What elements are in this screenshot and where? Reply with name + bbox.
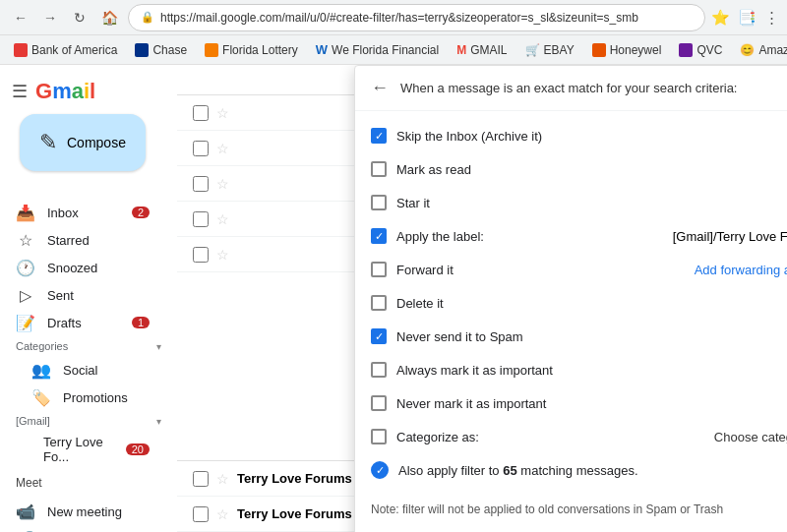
gmail-section[interactable]: [Gmail] ▾	[0, 411, 177, 431]
checkbox-skip-inbox[interactable]	[371, 128, 387, 144]
snooze-icon: 🕐	[16, 259, 35, 277]
compose-button[interactable]: ✎ Compose	[20, 114, 146, 171]
gmail-section-label: [Gmail]	[16, 415, 156, 427]
filter-label: Never mark it as important	[396, 396, 787, 411]
filter-option-apply-label[interactable]: Apply the label: [Gmail]/Terry Love Foru…	[355, 219, 787, 253]
filter-label: Delete it	[396, 296, 787, 311]
social-icon: 👥	[31, 361, 51, 380]
back-button[interactable]: ←	[8, 5, 33, 30]
bookmark-ebay[interactable]: 🛒 EBAY	[519, 41, 580, 59]
add-forwarding-link[interactable]: Add forwarding address	[695, 263, 787, 277]
bookmark-label: Chase	[152, 43, 187, 57]
filter-option-categorize[interactable]: Categorize as: Choose category... ▾	[355, 420, 787, 453]
filter-option-always-important[interactable]: Always mark it as important	[355, 353, 787, 386]
email-checkbox[interactable]	[193, 141, 209, 156]
promotions-icon: 🏷️	[31, 388, 51, 407]
sidebar-label: New meeting	[47, 504, 150, 519]
sidebar-item-inbox[interactable]: 📥 Inbox 2	[0, 199, 165, 226]
sidebar-item-new-meeting[interactable]: 📹 New meeting	[0, 498, 165, 525]
checkbox-never-important[interactable]	[371, 395, 387, 411]
note-text: Note: filter will not be applied to old …	[371, 502, 723, 516]
matching-count: 65	[503, 463, 516, 478]
checkbox-never-spam[interactable]	[371, 328, 387, 344]
star-icon[interactable]: ☆	[216, 471, 229, 487]
star-icon[interactable]: ☆	[216, 211, 229, 227]
bookmark-bank-of-america[interactable]: Bank of America	[8, 41, 123, 59]
bookmark-icon[interactable]: 📑	[738, 9, 757, 27]
email-checkbox[interactable]	[193, 471, 209, 487]
email-checkbox[interactable]	[193, 506, 209, 522]
star-icon[interactable]: ☆	[216, 105, 229, 121]
checkbox-mark-read[interactable]	[371, 161, 387, 177]
qvc-icon	[679, 43, 693, 57]
checkbox-also-apply[interactable]: ✓	[371, 461, 389, 479]
sidebar-item-sent[interactable]: ▷ Sent	[0, 281, 165, 309]
label-value-display: [Gmail]/Terry Love Forum ▾	[673, 229, 787, 244]
filter-option-star[interactable]: Star it	[355, 186, 787, 219]
bookmark-amazon[interactable]: 😊 Amazon Smile	[734, 41, 787, 59]
filter-title: When a message is an exact match for you…	[400, 81, 737, 95]
bank-icon	[14, 43, 28, 57]
email-checkbox[interactable]	[193, 211, 209, 227]
hamburger-icon[interactable]: ☰	[12, 81, 28, 102]
email-checkbox[interactable]	[193, 105, 209, 121]
more-icon[interactable]: ⋮	[764, 9, 779, 27]
bookmark-florida-lottery[interactable]: Florida Lottery	[199, 41, 304, 59]
also-apply-text: Also apply filter to	[398, 463, 500, 478]
bookmark-label: QVC	[696, 43, 722, 57]
checkbox-star[interactable]	[371, 195, 387, 210]
sidebar-item-drafts[interactable]: 📝 Drafts 1	[0, 309, 165, 336]
sidebar-item-starred[interactable]: ☆ Starred	[0, 226, 165, 254]
filter-option-delete[interactable]: Delete it	[355, 286, 787, 320]
bookmark-qvc[interactable]: QVC	[673, 41, 728, 59]
bookmark-we-florida[interactable]: W We Florida Financial	[310, 40, 445, 59]
categories-section[interactable]: Categories ▾	[0, 336, 177, 356]
checkbox-forward[interactable]	[371, 262, 387, 277]
bookmark-gmail[interactable]: M GMAIL	[451, 41, 513, 59]
checkbox-delete[interactable]	[371, 295, 387, 311]
sidebar-item-join-meeting[interactable]: 🔗 Join a meeting	[0, 525, 165, 532]
filter-label: Never send it to Spam	[396, 329, 787, 344]
filter-note: Note: filter will not be applied to old …	[355, 495, 787, 524]
category-dropdown[interactable]: Choose category... ▾	[714, 430, 787, 444]
sidebar-item-promotions[interactable]: 🏷️ Promotions	[0, 384, 165, 411]
star-icon[interactable]: ☆	[216, 176, 229, 192]
compose-area: ✎ Compose	[0, 114, 177, 199]
filter-back-button[interactable]: ←	[371, 78, 389, 98]
sidebar-item-snoozed[interactable]: 🕐 Snoozed	[0, 254, 165, 281]
bookmark-label: EBAY	[544, 43, 575, 57]
email-checkbox[interactable]	[193, 247, 209, 263]
checkbox-categorize[interactable]	[371, 429, 387, 444]
filter-option-also-apply[interactable]: ✓ Also apply filter to 65 matching messa…	[355, 453, 787, 487]
email-checkbox[interactable]	[193, 176, 209, 192]
lottery-icon	[205, 43, 218, 57]
sidebar-item-terry[interactable]: Terry Love Fo... 20	[0, 431, 165, 468]
bookmark-chase[interactable]: Chase	[129, 41, 193, 59]
home-button[interactable]: 🏠	[96, 5, 122, 30]
filter-footer: ? Learn more Create filter	[355, 524, 787, 532]
compose-plus-icon: ✎	[39, 130, 57, 155]
filter-option-never-spam[interactable]: Never send it to Spam	[355, 320, 787, 353]
sidebar-item-social[interactable]: 👥 Social	[0, 356, 165, 384]
address-bar[interactable]: 🔒 https://mail.google.com/mail/u/0/#crea…	[128, 4, 705, 31]
sidebar-label: Inbox	[47, 206, 120, 220]
filter-option-mark-read[interactable]: Mark as read	[355, 152, 787, 186]
label-text: [Gmail]/Terry Love Forum	[673, 229, 787, 244]
reload-button[interactable]: ↻	[67, 5, 92, 30]
content-area: 🔍 ✕ ⚙ ? ⚙ G 1–65 of 65 ‹ › ☆ New r	[177, 65, 787, 532]
filter-option-skip-inbox[interactable]: Skip the Inbox (Archive it)	[355, 119, 787, 152]
meet-label: Meet	[16, 476, 42, 490]
checkbox-apply-label[interactable]	[371, 228, 387, 244]
star-icon[interactable]: ☆	[216, 506, 229, 522]
filter-option-never-important[interactable]: Never mark it as important	[355, 386, 787, 420]
forward-button[interactable]: →	[37, 5, 63, 30]
star-icon[interactable]: ☆	[216, 247, 229, 263]
checkbox-always-important[interactable]	[371, 362, 387, 378]
nav-buttons[interactable]: ← → ↻ 🏠	[8, 5, 122, 30]
filter-option-forward[interactable]: Forward it Add forwarding address	[355, 253, 787, 286]
sidebar-label: Social	[63, 363, 150, 378]
compose-label: Compose	[67, 135, 126, 150]
star-icon[interactable]: ☆	[216, 141, 229, 156]
bookmark-label: Florida Lottery	[222, 43, 298, 57]
bookmark-honeywell[interactable]: Honeywel	[586, 41, 668, 59]
